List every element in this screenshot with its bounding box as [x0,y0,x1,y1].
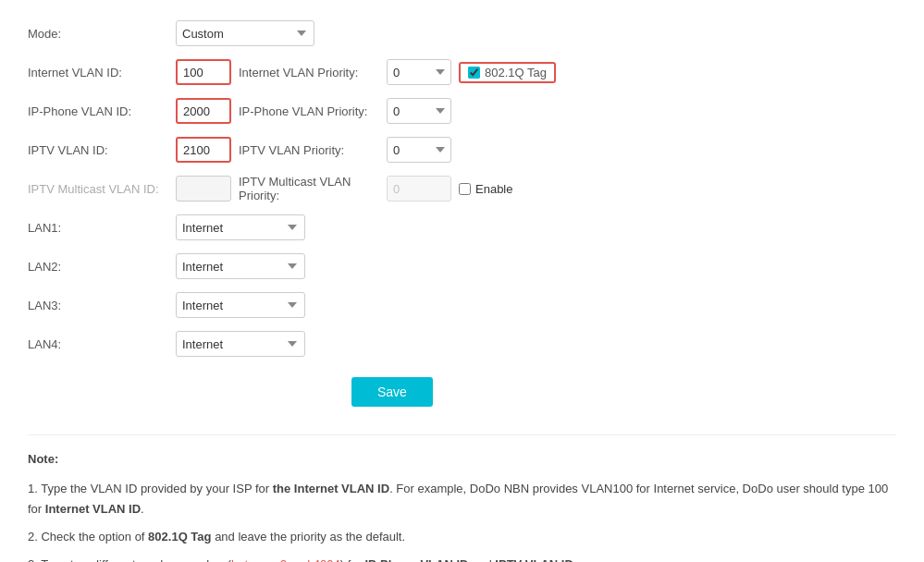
tag-checkbox-wrapper: 802.1Q Tag [459,62,556,83]
iptv-multicast-priority-select: 0 [387,176,451,202]
note-section: Note: 1. Type the VLAN ID provided by yo… [28,434,896,562]
enable-label: Enable [475,182,512,196]
internet-vlan-priority-label: Internet VLAN Priority: [239,66,387,79]
mode-label: Mode: [28,27,176,41]
lan3-label: LAN3: [28,299,176,312]
enable-checkbox[interactable] [459,183,471,195]
iptv-multicast-priority-label-line2: Priority: [239,189,387,202]
note-item-2: 2. Check the option of 802.1Q Tag and le… [28,527,896,547]
lan2-select[interactable]: InternetIP-PhoneIPTVNone [176,253,305,279]
lan4-row: LAN4: InternetIP-PhoneIPTVNone [28,329,896,359]
lan2-label: LAN2: [28,260,176,274]
note2-number: 2. [28,530,41,544]
lan3-select[interactable]: InternetIP-PhoneIPTVNone [176,292,305,318]
lan1-select[interactable]: InternetIP-PhoneIPTVNone [176,214,305,240]
internet-vlan-priority-select[interactable]: 0123 4567 [387,59,451,85]
tag-label: 802.1Q Tag [485,66,547,79]
internet-vlan-label: Internet VLAN ID: [28,66,176,79]
note3-number: 3. [28,557,41,562]
highlight-range: between 2 and 4094 [231,557,340,562]
iptv-multicast-vlan-id-input [176,176,231,202]
iptv-vlan-id-input[interactable] [176,137,231,163]
lan2-row: LAN2: InternetIP-PhoneIPTVNone [28,251,896,281]
ipphone-vlan-priority-select[interactable]: 0123 [387,98,451,124]
iptv-vlan-priority-label: IPTV VLAN Priority: [239,143,387,157]
lan4-label: LAN4: [28,337,176,351]
ipphone-vlan-id-input[interactable] [176,98,231,124]
lan4-select[interactable]: InternetIP-PhoneIPTVNone [176,331,305,357]
iptv-vlan-label: IPTV VLAN ID: [28,143,176,157]
tag-checkbox[interactable] [468,67,480,79]
note-item-3: 3. Type two different random number (bet… [28,555,896,562]
note1-number: 1. [28,482,41,495]
enable-wrapper: Enable [459,182,512,196]
ipphone-vlan-priority-label: IP-Phone VLAN Priority: [239,104,387,118]
save-button[interactable]: Save [351,377,433,407]
iptv-multicast-priority-label-line1: IPTV Multicast VLAN [239,175,387,189]
ipphone-vlan-label: IP-Phone VLAN ID: [28,104,176,118]
lan3-row: LAN3: InternetIP-PhoneIPTVNone [28,290,896,320]
mode-select[interactable]: Custom Standard Bridge [176,20,314,46]
iptv-vlan-priority-select[interactable]: 0123 [387,137,451,163]
internet-vlan-id-input[interactable] [176,59,231,85]
iptv-multicast-label: IPTV Multicast VLAN ID: [28,182,176,196]
note-item-1: 1. Type the VLAN ID provided by your ISP… [28,479,896,519]
lan1-row: LAN1: InternetIP-PhoneIPTVNone [28,213,896,242]
lan1-label: LAN1: [28,221,176,235]
note-title: Note: [28,449,896,470]
